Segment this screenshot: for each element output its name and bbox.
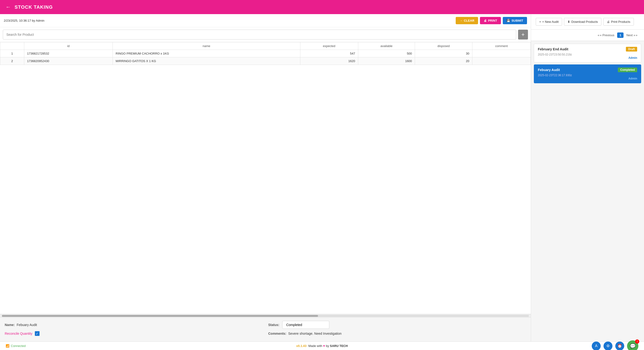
next-button[interactable]: Next » »: [624, 32, 639, 38]
comments-row: Comments: Severe shortage. Need Investig…: [268, 332, 526, 336]
audit-card-header: Febuary Audit Completed: [538, 67, 637, 72]
row-num: 1: [0, 50, 24, 57]
right-panel: + + New Audit ⬇ Download Products 🖨 Prin…: [531, 14, 644, 342]
row-name: RINGO PREMIUM CACHORRO x 1KG: [113, 50, 300, 57]
search-input[interactable]: [3, 30, 516, 39]
status-value: Completed: [286, 323, 302, 327]
audit-card-name: February End Audit: [538, 47, 568, 51]
audit-card-user: Admin: [628, 56, 637, 59]
clear-arrow-icon: →: [460, 19, 462, 22]
comments-value: Severe shortage. Need Investigation: [288, 332, 342, 336]
search-row: +: [0, 27, 531, 42]
connection-status: 📶 Connected: [6, 344, 26, 348]
row-num: 2: [0, 57, 24, 65]
row-available: 500: [358, 50, 415, 57]
pagination: « « Previous 1 Next » »: [531, 30, 644, 41]
row-comment: [472, 57, 530, 65]
col-name: name: [113, 42, 300, 50]
row-expected: 547: [300, 50, 358, 57]
submit-button[interactable]: 💾 SUBMIT: [503, 17, 527, 24]
print-products-button[interactable]: 🖨 Print Products: [603, 18, 634, 26]
audit-card-footer: Admin: [538, 77, 637, 80]
chevron-left-icon: «: [598, 33, 599, 37]
heart-icon: ♥: [323, 344, 326, 348]
row-disposed: 30: [415, 50, 472, 57]
status-box: Completed: [282, 321, 329, 329]
chevron-right-icon: »: [636, 33, 638, 37]
reconcile-comments-row: Reconcile Quantity ✓ Comments: Severe sh…: [5, 331, 526, 336]
new-audit-button[interactable]: + + New Audit: [536, 18, 562, 26]
audit-card[interactable]: February End Audit Draft 2025-02-23T23:5…: [534, 44, 641, 62]
reconcile-row: Reconcile Quantity ✓: [5, 331, 263, 336]
printer-icon: 🖨: [607, 20, 610, 23]
print-icon: 🖨: [484, 19, 487, 22]
row-id: 1736820952430: [24, 57, 112, 65]
audit-form: Name: Febuary Audit Status: Completed Re…: [0, 317, 531, 342]
page-1-button[interactable]: 1: [617, 32, 624, 38]
submit-icon: 💾: [506, 19, 510, 22]
add-product-button[interactable]: +: [518, 30, 528, 39]
reconcile-checkbox[interactable]: ✓: [35, 331, 40, 336]
reconcile-label: Reconcile Quantity: [5, 332, 32, 336]
name-label: Name:: [5, 323, 15, 327]
made-with-label: Made with ♥ by SARU TECH: [308, 344, 348, 348]
back-button[interactable]: ←: [6, 4, 11, 10]
col-available: available: [358, 42, 415, 50]
col-num: [0, 42, 24, 50]
row-comment: [472, 50, 530, 57]
audit-card-name: Febuary Audit: [538, 68, 560, 72]
scroll-track: [2, 315, 529, 317]
clear-button[interactable]: → CLEAR: [456, 17, 478, 24]
audit-badge: Completed: [618, 67, 637, 72]
row-available: 1600: [358, 57, 415, 65]
audit-card-timestamp: 2025-02-23T22:36:17.930z: [538, 74, 637, 77]
plus-icon: +: [539, 20, 541, 23]
footer-icons: A ⚙ ⏰ 💬 1: [592, 340, 638, 350]
toolbar-info: 2/23/2025, 10:36:17 by Admin: [4, 19, 454, 22]
app-header: ← STOCK TAKING: [0, 0, 644, 14]
settings-button[interactable]: ⚙: [604, 342, 612, 350]
wifi-icon: 📶: [6, 344, 10, 348]
product-table-container: id name expected available disposed comm…: [0, 42, 531, 314]
connection-label: Connected: [11, 344, 26, 348]
horizontal-scrollbar[interactable]: [0, 314, 531, 317]
left-panel: 2/23/2025, 10:36:17 by Admin → CLEAR 🖨 P…: [0, 14, 531, 342]
alarm-button[interactable]: ⏰: [615, 342, 624, 350]
audit-card-user: Admin: [628, 77, 637, 80]
audit-list: February End Audit Draft 2025-02-23T23:5…: [531, 41, 644, 342]
name-value: Febuary Audit: [17, 323, 37, 327]
brand-label: SARU TECH: [330, 344, 348, 348]
col-expected: expected: [300, 42, 358, 50]
product-table: id name expected available disposed comm…: [0, 42, 531, 65]
table-row[interactable]: 2 1736820952430 MIRRINGO GATITOS X 1 KG …: [0, 57, 531, 65]
footer: 📶 Connected v0.1.43 Made with ♥ by SARU …: [0, 342, 644, 350]
name-row: Name: Febuary Audit Status: Completed: [5, 321, 526, 329]
audit-badge: Draft: [626, 47, 637, 51]
translate-button[interactable]: A: [592, 342, 601, 350]
right-toolbar: + + New Audit ⬇ Download Products 🖨 Prin…: [531, 14, 644, 30]
row-disposed: 20: [415, 57, 472, 65]
chat-badge: 1: [635, 340, 639, 344]
row-name: MIRRINGO GATITOS X 1 KG: [113, 57, 300, 65]
row-id: 1736821728532: [24, 50, 112, 57]
app-title: STOCK TAKING: [14, 4, 53, 10]
chat-container: 💬 1: [627, 340, 638, 350]
col-comment: comment: [472, 42, 530, 50]
download-products-button[interactable]: ⬇ Download Products: [564, 18, 602, 26]
status-label: Status:: [268, 323, 280, 327]
main-layout: 2/23/2025, 10:36:17 by Admin → CLEAR 🖨 P…: [0, 14, 644, 342]
col-id: id: [24, 42, 112, 50]
previous-button[interactable]: « « Previous: [596, 32, 616, 38]
scroll-thumb: [2, 315, 318, 317]
audit-card-header: February End Audit Draft: [538, 47, 637, 51]
toolbar: 2/23/2025, 10:36:17 by Admin → CLEAR 🖨 P…: [0, 14, 531, 27]
table-row[interactable]: 1 1736821728532 RINGO PREMIUM CACHORRO x…: [0, 50, 531, 57]
version-label: v0.1.43: [296, 344, 306, 348]
audit-card-timestamp: 2025-02-23T23:50:50.219z: [538, 53, 637, 56]
col-disposed: disposed: [415, 42, 472, 50]
print-button[interactable]: 🖨 PRINT: [480, 17, 501, 24]
audit-card-footer: Admin: [538, 56, 637, 59]
audit-card[interactable]: Febuary Audit Completed 2025-02-23T22:36…: [534, 64, 641, 83]
comments-label: Comments:: [268, 332, 286, 336]
row-expected: 1620: [300, 57, 358, 65]
